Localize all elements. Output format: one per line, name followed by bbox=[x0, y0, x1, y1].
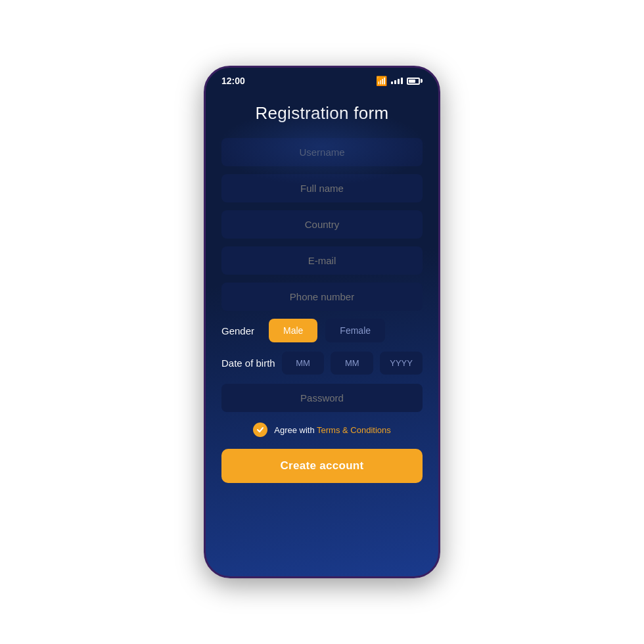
dob-year-input[interactable]: YYYY bbox=[380, 352, 423, 375]
signal-icon bbox=[391, 78, 403, 84]
country-input[interactable] bbox=[221, 210, 423, 239]
dob-row: Date of birth MM MM YYYY bbox=[221, 352, 423, 375]
battery-icon bbox=[407, 78, 423, 85]
dob-month1-input[interactable]: MM bbox=[282, 352, 325, 375]
fullname-input[interactable] bbox=[221, 174, 423, 202]
status-time: 12:00 bbox=[221, 76, 245, 86]
terms-text: Agree with Terms & Conditions bbox=[274, 425, 391, 435]
terms-checkbox[interactable] bbox=[253, 423, 267, 437]
terms-row: Agree with Terms & Conditions bbox=[221, 423, 423, 437]
form-title: Registration form bbox=[221, 103, 423, 124]
create-account-button[interactable]: Create account bbox=[221, 449, 423, 483]
checkmark-icon bbox=[256, 426, 264, 434]
status-bar: 12:00 📶 bbox=[206, 68, 438, 90]
wifi-icon: 📶 bbox=[376, 76, 387, 86]
phone-input[interactable] bbox=[221, 283, 423, 311]
status-icons: 📶 bbox=[376, 76, 423, 86]
password-input[interactable] bbox=[221, 384, 423, 412]
phone-frame: 12:00 📶 Registration form bbox=[204, 66, 440, 578]
email-input[interactable] bbox=[221, 246, 423, 275]
dob-month2-input[interactable]: MM bbox=[331, 352, 373, 375]
screen-content: Registration form Gender Male Female Dat… bbox=[206, 90, 438, 576]
username-input[interactable] bbox=[221, 138, 423, 166]
dob-label: Date of birth bbox=[221, 357, 275, 369]
gender-female-button[interactable]: Female bbox=[325, 319, 385, 342]
gender-male-button[interactable]: Male bbox=[269, 319, 317, 342]
gender-row: Gender Male Female bbox=[221, 319, 423, 342]
terms-link[interactable]: Terms & Conditions bbox=[317, 425, 391, 435]
gender-label: Gender bbox=[221, 325, 261, 336]
